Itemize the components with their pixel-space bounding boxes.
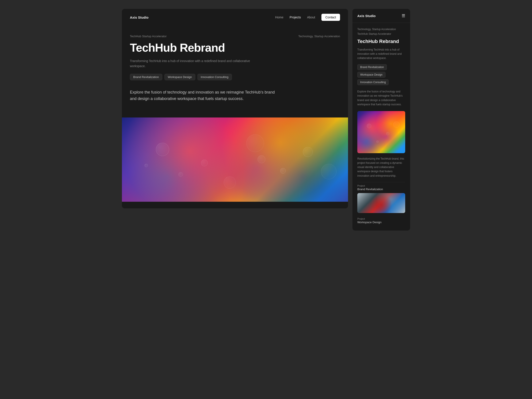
bubble-5 xyxy=(303,147,313,157)
s-bubble-2 xyxy=(386,132,389,135)
bubble-1 xyxy=(156,143,169,156)
tag-brand-revitalization: Brand Revitalization xyxy=(130,74,162,80)
sidebar-title: TechHub Rebrand xyxy=(357,38,405,44)
bubble-4 xyxy=(280,168,286,174)
bubble-6 xyxy=(178,172,183,177)
hero-description: Transforming TechHub into a hub of innov… xyxy=(130,58,263,69)
tag-workspace-design: Workspace Design xyxy=(165,74,195,80)
hero-category: TechHub Startup Accelerator xyxy=(130,35,166,38)
sidebar-project-image xyxy=(357,111,405,153)
sidebar-panel: Axis Studio ☰ Technology, Startup Accele… xyxy=(352,9,410,231)
sidebar-meta: Technology, Startup Acceleration xyxy=(357,27,405,32)
nav-projects[interactable]: Projects xyxy=(290,16,301,19)
nav-logo: Axis Studio xyxy=(130,16,149,19)
hero-tags-meta: Technology, Startup Acceleration xyxy=(298,35,340,38)
nav-about[interactable]: About xyxy=(307,16,315,19)
sidebar-content: Technology, Startup Acceleration TechHub… xyxy=(352,23,410,231)
sidebar-logo: Axis Studio xyxy=(357,14,376,18)
sidebar-header: Axis Studio ☰ xyxy=(352,9,410,23)
hero-image xyxy=(122,117,348,202)
bubble-10 xyxy=(321,164,336,179)
nav-contact-button[interactable]: Contact xyxy=(321,14,340,21)
bubble-7 xyxy=(224,177,236,189)
nav-links: Home Projects About Contact xyxy=(275,14,340,21)
s-bubble-3 xyxy=(393,121,399,128)
s-bubble-4 xyxy=(376,140,379,143)
sidebar-item1-label: Project xyxy=(357,184,405,187)
sidebar-tag-brand: Brand Revitalization xyxy=(357,64,387,70)
sidebar-item2-title[interactable]: Workspace Design xyxy=(357,221,405,224)
sidebar-description: Transforming TechHub into a hub of innov… xyxy=(357,48,405,61)
sidebar-tag-innovation: Innovation Consulting xyxy=(357,79,389,85)
bubble-3 xyxy=(246,134,264,152)
s-bubble-1 xyxy=(367,124,371,128)
hero-image-container xyxy=(122,117,348,202)
sidebar-item1-title[interactable]: Brand Revitalization xyxy=(357,188,405,191)
bubbles-decoration xyxy=(122,117,348,202)
hero-title: TechHub Rebrand xyxy=(130,41,340,54)
sidebar-project-item-1: Project Brand Revitalization xyxy=(357,182,405,193)
sidebar-project-item-2: Project Workspace Design xyxy=(357,215,405,226)
page-wrapper: Axis Studio Home Projects About Contact … xyxy=(122,9,410,231)
bubble-8 xyxy=(258,155,265,163)
sidebar-item2-label: Project xyxy=(357,217,405,220)
sidebar-rev-text: Revolutionizing the TechHub brand, this … xyxy=(357,157,405,178)
sidebar-project-image2 xyxy=(357,193,405,213)
hero-section: TechHub Startup Accelerator Technology, … xyxy=(122,26,348,117)
bubble-9 xyxy=(145,164,148,167)
navbar: Axis Studio Home Projects About Contact xyxy=(122,9,348,26)
sidebar-body-text: Explore the fusion of technology and inn… xyxy=(357,89,405,107)
sidebar-project-name: TechHub Startup Accelerator xyxy=(357,32,405,35)
main-card: Axis Studio Home Projects About Contact … xyxy=(122,9,348,208)
nav-home[interactable]: Home xyxy=(275,16,283,19)
tags-row: Brand Revitalization Workspace Design In… xyxy=(130,74,340,80)
bubble-2 xyxy=(201,160,208,166)
sidebar-tag-workspace: Workspace Design xyxy=(357,72,386,78)
sidebar-tags: Brand Revitalization Workspace Design In… xyxy=(357,64,405,85)
sidebar-bubbles xyxy=(357,111,405,153)
hero-meta: TechHub Startup Accelerator Technology, … xyxy=(130,35,340,38)
hamburger-icon[interactable]: ☰ xyxy=(402,13,405,18)
hero-body-text: Explore the fusion of technology and inn… xyxy=(130,89,281,102)
tag-innovation-consulting: Innovation Consulting xyxy=(197,74,232,80)
